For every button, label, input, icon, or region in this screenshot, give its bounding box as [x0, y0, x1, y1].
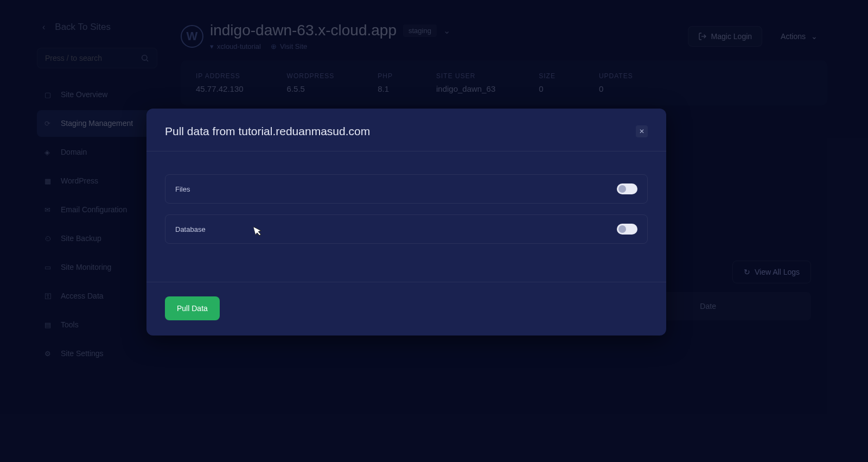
database-toggle[interactable]: [617, 224, 637, 235]
pull-data-label: Pull Data: [177, 304, 208, 313]
toggle-knob: [618, 225, 626, 233]
modal-title: Pull data from tutorial.reduanmasud.com: [165, 125, 370, 138]
database-label: Database: [175, 225, 206, 233]
files-toggle[interactable]: [617, 183, 637, 194]
database-toggle-row: Database: [165, 214, 648, 244]
close-button[interactable]: ✕: [636, 125, 648, 137]
close-icon: ✕: [639, 128, 644, 135]
toggle-knob: [618, 185, 626, 193]
pull-data-button[interactable]: Pull Data: [165, 296, 220, 320]
files-toggle-row: Files: [165, 174, 648, 204]
files-label: Files: [175, 185, 190, 193]
pull-data-modal: Pull data from tutorial.reduanmasud.com …: [146, 109, 666, 336]
